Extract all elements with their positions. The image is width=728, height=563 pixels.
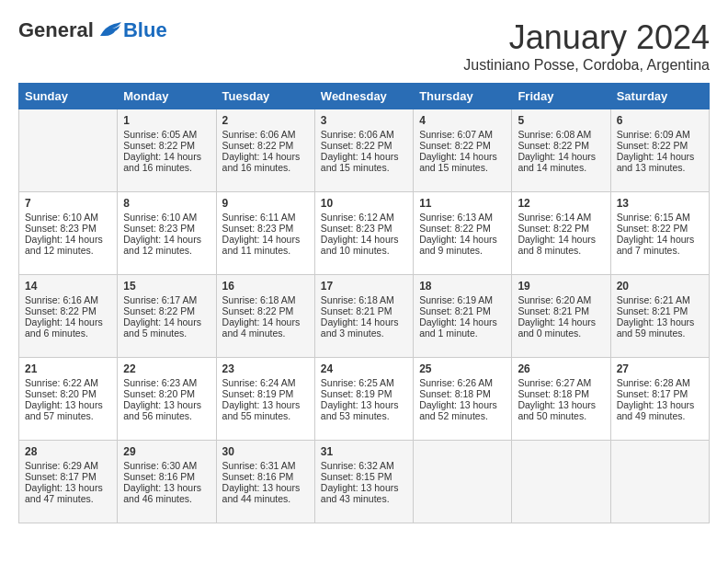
day-info: Sunrise: 6:17 AM [123,294,210,305]
day-info: and 43 minutes. [321,493,407,504]
day-info: Sunrise: 6:15 AM [617,212,703,223]
day-info: Daylight: 14 hours [419,316,506,327]
day-info: Daylight: 13 hours [321,482,407,493]
day-info: Sunrise: 6:11 AM [222,212,309,223]
day-info: Sunset: 8:23 PM [321,223,407,234]
day-number: 15 [123,280,210,293]
day-info: Sunrise: 6:06 AM [222,129,309,140]
header-monday: Monday [118,84,216,109]
day-info: Daylight: 14 hours [419,151,506,162]
calendar-cell: 25Sunrise: 6:26 AMSunset: 8:18 PMDayligh… [414,358,512,441]
calendar-cell: 28Sunrise: 6:29 AMSunset: 8:17 PMDayligh… [19,441,118,523]
day-info: and 46 minutes. [123,493,210,504]
day-info: Sunset: 8:23 PM [222,223,309,234]
day-info: and 1 minute. [419,327,506,339]
day-info: and 14 minutes. [518,162,604,173]
day-info: and 13 minutes. [617,162,703,173]
day-info: Sunrise: 6:30 AM [123,460,210,471]
day-info: Sunset: 8:22 PM [222,305,309,316]
day-info: Daylight: 13 hours [617,399,703,410]
calendar-cell: 3Sunrise: 6:06 AMSunset: 8:22 PMDaylight… [314,109,413,192]
day-info: Sunrise: 6:16 AM [25,294,111,305]
day-info: Daylight: 13 hours [25,482,111,493]
title-block: January 2024 Justiniano Posse, Cordoba, … [463,18,710,74]
day-number: 7 [25,197,111,210]
day-info: and 12 minutes. [123,245,210,256]
logo-bird-icon [96,19,123,41]
day-info: Daylight: 14 hours [222,316,309,327]
day-info: and 5 minutes. [123,327,210,339]
day-info: Sunrise: 6:10 AM [25,212,111,223]
day-info: and 11 minutes. [222,245,309,256]
calendar-cell: 10Sunrise: 6:12 AMSunset: 8:23 PMDayligh… [314,192,413,275]
day-number: 4 [419,114,506,127]
calendar-cell: 27Sunrise: 6:28 AMSunset: 8:17 PMDayligh… [610,358,709,441]
day-number: 29 [123,445,210,458]
day-number: 10 [321,197,407,210]
calendar-table: SundayMondayTuesdayWednesdayThursdayFrid… [18,83,710,523]
day-number: 14 [25,280,111,293]
day-info: Daylight: 14 hours [321,151,407,162]
day-number: 24 [321,362,407,375]
day-info: Sunrise: 6:05 AM [123,129,210,140]
calendar-week-row: 7Sunrise: 6:10 AMSunset: 8:23 PMDaylight… [19,192,710,275]
header-wednesday: Wednesday [314,84,413,109]
day-info: and 16 minutes. [222,162,309,173]
day-info: Sunset: 8:21 PM [518,305,604,316]
logo: General Blue [18,18,167,42]
day-info: Sunset: 8:21 PM [617,305,703,316]
day-info: Sunrise: 6:07 AM [419,129,506,140]
calendar-cell: 22Sunrise: 6:23 AMSunset: 8:20 PMDayligh… [118,358,216,441]
day-info: and 3 minutes. [321,327,407,339]
day-info: Daylight: 13 hours [419,399,506,410]
day-info: Daylight: 14 hours [419,234,506,245]
day-info: and 6 minutes. [25,327,111,339]
day-info: Sunset: 8:22 PM [617,223,703,234]
day-info: and 12 minutes. [25,245,111,256]
day-info: and 49 minutes. [617,410,703,421]
day-info: Daylight: 14 hours [222,151,309,162]
day-info: Daylight: 14 hours [123,316,210,327]
day-info: Sunrise: 6:10 AM [123,212,210,223]
day-info: and 47 minutes. [25,493,111,504]
day-number: 27 [617,362,703,375]
day-number: 17 [321,280,407,293]
day-info: Sunrise: 6:26 AM [419,377,506,388]
calendar-cell: 14Sunrise: 6:16 AMSunset: 8:22 PMDayligh… [19,275,118,358]
day-info: and 8 minutes. [518,245,604,256]
day-info: Sunset: 8:22 PM [518,223,604,234]
day-info: and 44 minutes. [222,493,309,504]
day-info: and 4 minutes. [222,327,309,339]
day-info: Sunset: 8:22 PM [419,140,506,151]
day-info: Sunrise: 6:19 AM [419,294,506,305]
calendar-cell: 17Sunrise: 6:18 AMSunset: 8:21 PMDayligh… [314,275,413,358]
day-info: Sunrise: 6:12 AM [321,212,407,223]
day-info: Sunset: 8:21 PM [419,305,506,316]
day-info: Daylight: 14 hours [518,316,604,327]
day-info: Sunrise: 6:25 AM [321,377,407,388]
day-info: Sunrise: 6:29 AM [25,460,111,471]
day-info: Daylight: 13 hours [222,482,309,493]
day-info: Sunrise: 6:08 AM [518,129,604,140]
calendar-cell: 18Sunrise: 6:19 AMSunset: 8:21 PMDayligh… [414,275,512,358]
calendar-cell: 8Sunrise: 6:10 AMSunset: 8:23 PMDaylight… [118,192,216,275]
day-info: Sunrise: 6:13 AM [419,212,506,223]
day-number: 20 [617,280,703,293]
day-info: and 16 minutes. [123,162,210,173]
day-info: Daylight: 13 hours [518,399,604,410]
day-info: and 7 minutes. [617,245,703,256]
calendar-cell: 1Sunrise: 6:05 AMSunset: 8:22 PMDaylight… [118,109,216,192]
day-info: Sunset: 8:22 PM [222,140,309,151]
day-info: Sunrise: 6:32 AM [321,460,407,471]
calendar-cell: 7Sunrise: 6:10 AMSunset: 8:23 PMDaylight… [19,192,118,275]
day-info: Sunset: 8:17 PM [617,388,703,399]
day-info: Daylight: 13 hours [617,316,703,327]
day-number: 3 [321,114,407,127]
day-info: Daylight: 14 hours [25,234,111,245]
calendar-cell [512,441,610,523]
day-info: Sunrise: 6:28 AM [617,377,703,388]
calendar-cell: 24Sunrise: 6:25 AMSunset: 8:19 PMDayligh… [314,358,413,441]
day-info: Daylight: 13 hours [222,399,309,410]
day-info: Sunset: 8:22 PM [419,223,506,234]
day-info: Sunset: 8:18 PM [518,388,604,399]
